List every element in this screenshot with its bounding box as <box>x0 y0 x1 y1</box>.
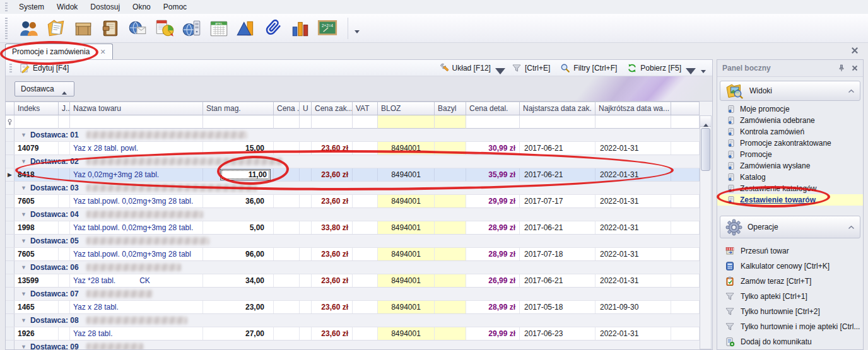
menu-item-pomoc[interactable]: Pomoc <box>157 1 193 13</box>
column-header-bazyl[interactable]: Bazyl <box>435 102 466 115</box>
collapse-triangle-icon[interactable]: ▼ <box>21 344 26 349</box>
selected-row-arrow-icon[interactable]: ▶ <box>6 168 15 181</box>
command-bar-overflow-icon[interactable] <box>701 66 706 69</box>
cell-cena_zak[interactable]: 23,60 zł <box>312 248 353 260</box>
organizer-icon[interactable] <box>100 18 121 39</box>
table-row[interactable]: 7605Yaz tabl.powl. 0,02mg+3mg 28 tabl96,… <box>6 248 700 261</box>
column-header-cena[interactable]: Cena ... <box>274 102 300 115</box>
vertical-scrollbar[interactable] <box>700 115 712 349</box>
cell-indeks[interactable]: 7605 <box>15 248 59 260</box>
column-header-najkrótsza-data-wa[interactable]: Najkrótsza data wa... <box>595 102 671 115</box>
group-row[interactable]: ▼Dostawca: 03 <box>6 182 700 195</box>
collapse-triangle-icon[interactable]: ▼ <box>21 132 26 138</box>
cell-empty[interactable] <box>59 195 70 207</box>
cell-data_zak[interactable]: 2017-06-21 <box>520 142 595 155</box>
cell-bloz[interactable]: 8494001 <box>378 274 435 287</box>
group-row[interactable]: ▼Dostawca: 04 <box>6 208 700 221</box>
cell-empty[interactable] <box>274 248 300 260</box>
cell-cena_zak[interactable]: 23,60 zł <box>312 195 353 207</box>
filters-button[interactable]: Filtry [Ctrl+F] <box>558 63 619 73</box>
cell-cena_zak[interactable]: 33,80 zł <box>312 221 353 234</box>
sidebar-operation-item[interactable]: Tylko hurtownie [Ctrl+2] <box>717 304 863 319</box>
cell-bloz[interactable]: 8494001 <box>378 142 435 155</box>
chalkboard-icon[interactable]: 2+2=4 <box>317 18 338 39</box>
filter-cell[interactable] <box>300 115 312 129</box>
cell-data_zak[interactable]: 2017-07-18 <box>520 248 595 260</box>
cell-stan[interactable]: 27,00 <box>203 327 274 340</box>
cell-nazwa[interactable]: Yaz x 28 tabl. powl. <box>70 142 203 155</box>
cell-empty[interactable] <box>59 248 70 260</box>
tab-close-icon[interactable]: ✕ <box>100 49 105 55</box>
row-indicator[interactable] <box>6 248 15 260</box>
cell-empty[interactable] <box>300 301 312 313</box>
menu-item-dostosuj[interactable]: Dostosuj <box>84 1 126 13</box>
group-row[interactable]: ▼Dostawca: 08 <box>6 314 700 327</box>
filter-cell[interactable] <box>466 115 520 129</box>
filter-cell[interactable] <box>203 115 274 129</box>
sidebar-view-item[interactable]: Katalog <box>717 172 863 183</box>
column-header-bloz[interactable]: BLOZ <box>378 102 435 115</box>
filter-cell[interactable] <box>435 115 466 129</box>
cell-cena_detal[interactable]: 35,99 zł <box>466 168 520 181</box>
table-row[interactable]: 1926Yaz 28 tabl.27,0023,60 zł849400129,9… <box>6 327 700 341</box>
focused-cell-stock-value[interactable]: 11,00 <box>220 169 271 180</box>
group-row[interactable]: ▼Dostawca: 06 <box>6 261 700 274</box>
cell-empty[interactable] <box>353 221 378 234</box>
cell-empty[interactable] <box>59 301 70 313</box>
table-row[interactable]: 14079Yaz x 28 tabl. powl.15,0023,60 zł84… <box>6 142 700 155</box>
row-indicator[interactable] <box>6 142 15 155</box>
sidebar-view-item[interactable]: Zamówienia odebrane <box>717 115 863 126</box>
cell-empty[interactable] <box>671 301 700 313</box>
cell-empty[interactable] <box>274 274 300 287</box>
cell-data_zak[interactable]: 2017-06-21 <box>520 221 595 234</box>
cell-empty[interactable] <box>300 327 312 340</box>
sidebar-view-item[interactable]: Promocje zakontraktowane <box>717 137 863 149</box>
menu-item-okno[interactable]: Okno <box>126 1 157 13</box>
toolbar-overflow-button[interactable] <box>348 18 361 39</box>
cell-empty[interactable] <box>274 327 300 340</box>
cell-stan[interactable]: 36,00 <box>203 195 274 207</box>
table-row[interactable]: 13599Yaz *28 tabl.CK34,0023,60 zł8494001… <box>6 274 700 288</box>
column-header-cena-zak[interactable]: Cena zak... <box>312 102 353 115</box>
column-header-najstarsza-data-zak[interactable]: Najstarsza data zak. <box>520 102 595 115</box>
edit-button[interactable]: Edytuj [F4] <box>17 63 71 73</box>
cell-cena_zak[interactable]: 23,60 zł <box>312 301 353 313</box>
layout-button[interactable]: Układ [F12] <box>437 63 504 73</box>
cell-bloz[interactable]: 8494001 <box>378 248 435 260</box>
chevron-down-icon[interactable] <box>495 66 500 69</box>
collapse-triangle-icon[interactable]: ▼ <box>21 291 26 297</box>
cell-nazwa[interactable]: Yaz 28 tabl. <box>70 327 203 340</box>
cell-empty[interactable] <box>435 327 466 340</box>
cell-empty[interactable] <box>435 142 466 155</box>
cell-empty[interactable] <box>435 248 466 260</box>
calendar-icon[interactable]: APRIL <box>208 18 230 39</box>
chevron-down-icon[interactable] <box>686 66 691 69</box>
cell-empty[interactable] <box>300 195 312 207</box>
cell-stan[interactable]: 96,00 <box>203 248 274 260</box>
menu-item-system[interactable]: System <box>13 1 50 13</box>
bar-chart-icon[interactable] <box>290 18 311 39</box>
cell-empty[interactable] <box>353 327 378 340</box>
collapse-triangle-icon[interactable]: ▼ <box>21 317 26 324</box>
cell-empty[interactable] <box>59 274 70 287</box>
cell-indeks[interactable]: 1998 <box>15 221 59 234</box>
cell-data_zak[interactable]: 2017-06-21 <box>520 274 595 287</box>
group-row[interactable]: ▼Dostawca: 05 <box>6 235 700 248</box>
row-indicator[interactable] <box>6 195 15 207</box>
group-row[interactable]: ▼Dostawca: 02 <box>6 155 700 168</box>
cell-empty[interactable] <box>435 168 466 181</box>
cell-bloz[interactable]: 8494001 <box>378 327 435 340</box>
cell-data_zak[interactable]: 2017-05-18 <box>520 301 595 313</box>
cell-indeks[interactable]: 1926 <box>15 327 59 340</box>
filter-cell[interactable] <box>15 115 59 129</box>
sidebar-operation-item[interactable]: Przesuń towar <box>717 243 863 259</box>
package-icon[interactable] <box>73 18 94 39</box>
chevron-up-icon[interactable] <box>848 89 855 93</box>
side-panel-close-icon[interactable] <box>852 65 858 71</box>
cell-empty[interactable] <box>300 221 312 234</box>
cell-empty[interactable] <box>274 195 300 207</box>
filter-cell[interactable] <box>312 115 353 129</box>
cell-stan[interactable]: 15,00 <box>203 142 274 155</box>
column-header-indeks[interactable]: Indeks <box>15 102 59 115</box>
sidebar-operation-item[interactable]: Tylko hurtownie i moje apteki [Ctrl... <box>717 319 863 334</box>
